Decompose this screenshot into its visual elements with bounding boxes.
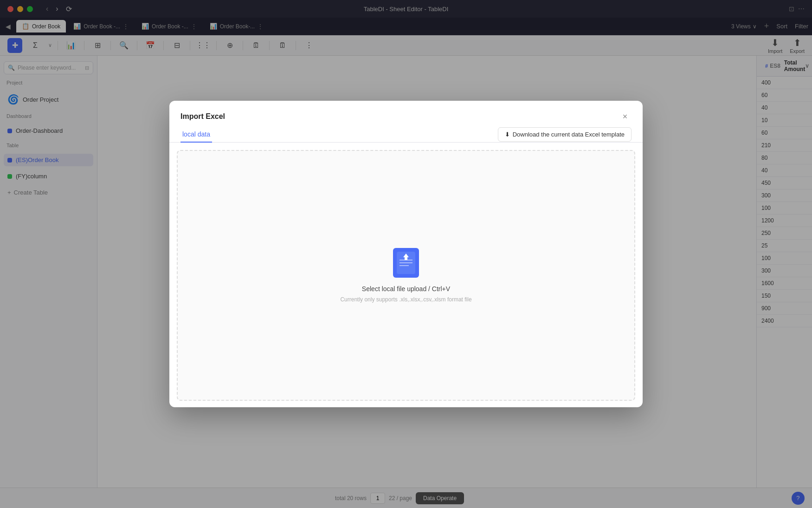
upload-file-icon (393, 248, 419, 278)
modal-close-button[interactable]: × (619, 110, 632, 123)
upload-main-text: Select local file upload / Ctrl+V (362, 285, 450, 293)
download-template-button[interactable]: ⬇ Download the current data Excel templa… (498, 127, 632, 142)
download-btn-label: Download the current data Excel template (513, 131, 625, 138)
modal-body: Select local file upload / Ctrl+V Curren… (169, 143, 643, 407)
modal-tabs: local data ⬇ Download the current data E… (169, 123, 643, 143)
upload-area[interactable]: Select local file upload / Ctrl+V Curren… (177, 150, 635, 401)
modal-tab-local-data[interactable]: local data (180, 127, 212, 143)
import-excel-modal: Import Excel × local data ⬇ Download the… (169, 101, 643, 407)
upload-sub-text: Currently only supports .xls,.xlsx,.csv,… (340, 296, 471, 303)
modal-overlay[interactable]: Import Excel × local data ⬇ Download the… (0, 0, 812, 508)
modal-header: Import Excel × (169, 101, 643, 123)
modal-title: Import Excel (180, 112, 225, 121)
download-icon: ⬇ (505, 131, 510, 138)
